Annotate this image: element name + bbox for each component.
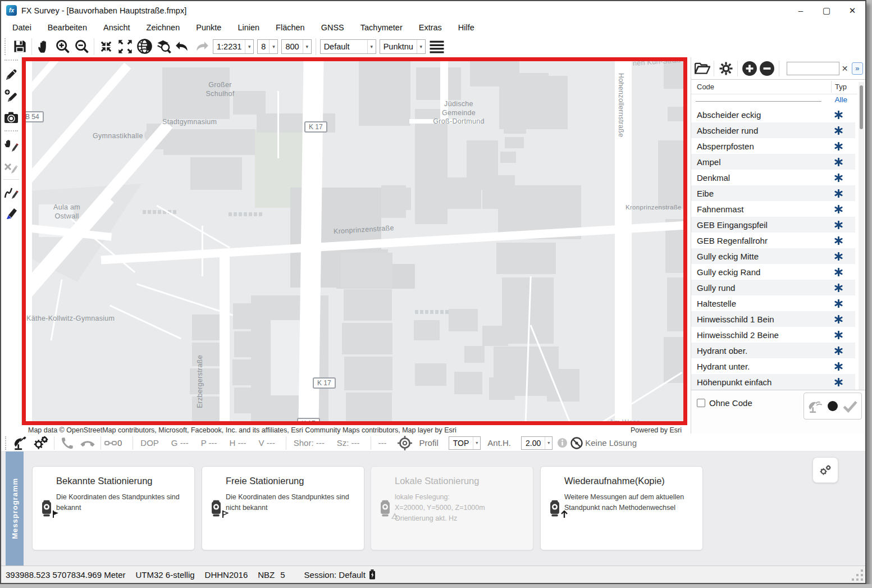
list-menu-button[interactable] (427, 38, 446, 56)
code-settings-button[interactable] (717, 60, 734, 78)
map-view[interactable]: Großer SchulhofStadtgymnasiumGymnastikha… (22, 57, 687, 425)
minus-circle-icon (759, 61, 775, 76)
menu-gnss[interactable]: GNSS (321, 23, 344, 32)
draw-line-button[interactable] (1, 181, 21, 203)
confirm-check-icon[interactable] (842, 399, 858, 413)
code-row[interactable]: GEB Eingangspfeil (691, 217, 855, 233)
clear-search-icon[interactable]: ✕ (839, 64, 851, 73)
code-row[interactable]: Höhenpunkt einfach (691, 374, 855, 390)
code-row[interactable]: Gully eckig Mitte (691, 248, 855, 264)
profile-combobox[interactable]: Default▾ (320, 39, 376, 54)
filter-all-link[interactable]: Alle (834, 95, 847, 104)
gnss-measure-icon[interactable] (807, 399, 823, 413)
code-search-input[interactable] (787, 62, 839, 75)
open-codelist-button[interactable] (693, 60, 711, 78)
disconnect-button[interactable] (77, 435, 98, 451)
world-extent-button[interactable] (135, 38, 154, 56)
zoom-out-button[interactable] (72, 38, 92, 56)
menu-linien[interactable]: Linien (238, 23, 259, 32)
card-description: Die Koordinaten des Standpunktes sind be… (56, 492, 186, 513)
maximize-button[interactable]: ▢ (814, 1, 839, 20)
move-point-button[interactable] (1, 135, 21, 156)
code-row[interactable]: Abscheider eckig (691, 107, 855, 122)
program-settings-button[interactable] (812, 457, 838, 483)
sz-value: Sz: --- (337, 438, 360, 448)
close-button[interactable]: ✕ (839, 1, 865, 20)
minimize-button[interactable]: – (788, 1, 814, 20)
code-row[interactable]: Gully rund (691, 280, 855, 295)
position-target-button[interactable] (395, 435, 415, 451)
program-card-bekannte-stationierung[interactable]: Bekannte StationierungDie Koordinaten de… (32, 466, 195, 550)
toolbar-drag-handle[interactable] (4, 38, 8, 55)
code-row[interactable]: Gully eckig Rand (691, 264, 855, 280)
pointlabel-combobox[interactable]: Punktnu▾ (380, 39, 426, 54)
code-row[interactable]: Haltestelle (691, 295, 855, 311)
code-list-scrollbar[interactable] (859, 82, 864, 390)
instrument-settings-button[interactable] (31, 435, 51, 451)
layer-zoom-button[interactable] (154, 38, 173, 56)
menu-flächen[interactable]: Flächen (276, 23, 305, 32)
menu-bearbeiten[interactable]: Bearbeiten (48, 23, 87, 32)
remove-code-button[interactable] (758, 60, 775, 78)
menu-ansicht[interactable]: Ansicht (103, 23, 130, 32)
zoom-selection-button[interactable] (97, 38, 116, 56)
ohne-code-checkbox[interactable] (697, 399, 705, 407)
decimals-value: 8 (258, 42, 269, 51)
highlight-button[interactable] (1, 203, 21, 224)
connect-button[interactable] (57, 435, 77, 451)
scale-combobox[interactable]: 1:2231▾ (213, 39, 254, 54)
code-row[interactable]: Absperrpfosten (691, 138, 855, 154)
menu-extras[interactable]: Extras (419, 23, 442, 32)
gnss-bar-handle[interactable] (5, 436, 8, 450)
menu-tachymeter[interactable]: Tachymeter (360, 23, 403, 32)
x-pen-icon (4, 159, 19, 174)
map-building (190, 157, 242, 190)
code-row[interactable]: GEB Regenfallrohr (691, 233, 855, 248)
code-column-header[interactable]: Code (697, 83, 714, 91)
code-row[interactable]: Ampel (691, 154, 855, 170)
code-name: Ampel (697, 157, 721, 167)
add-point-button[interactable] (1, 85, 21, 107)
program-card-freie-stationierung[interactable]: Freie StationierungDie Koordinaten des S… (202, 466, 364, 550)
menu-hilfe[interactable]: Hilfe (458, 23, 474, 32)
code-row[interactable]: Hinweisschild 2 Beine (691, 327, 855, 343)
draw-toolbar-handle[interactable] (4, 60, 18, 64)
zoom-extent-button[interactable] (116, 38, 135, 56)
save-button[interactable] (10, 38, 29, 56)
profil-combobox[interactable]: TOP▾ (449, 436, 481, 450)
undo-button[interactable] (173, 38, 192, 56)
redo-button[interactable] (192, 38, 211, 56)
code-row[interactable]: Hinweisschild 1 Bein (691, 311, 855, 327)
add-code-button[interactable] (741, 60, 758, 78)
scrollbar-thumb[interactable] (860, 85, 863, 129)
ohne-code-checkbox-row[interactable]: Ohne Code (697, 398, 752, 408)
record-point-icon[interactable] (827, 400, 839, 412)
height-combobox[interactable]: 800▾ (281, 39, 311, 54)
decimals-combobox[interactable]: 8▾ (257, 39, 278, 54)
program-card-wiederaufnahme-kopie-[interactable]: Wiederaufnahme(Kopie)Weitere Messungen a… (540, 466, 703, 550)
menu-zeichnen[interactable]: Zeichnen (147, 23, 180, 32)
anth-combobox[interactable]: 2.00▾ (521, 436, 553, 450)
code-row[interactable]: Abscheider rund (691, 122, 855, 138)
code-row[interactable]: Fahnenmast (691, 201, 855, 217)
code-row[interactable]: Hydrant ober. (691, 343, 855, 358)
pan-button[interactable] (34, 38, 53, 56)
photo-button[interactable] (1, 107, 21, 128)
code-name: GEB Regenfallrohr (697, 236, 768, 245)
messprogramm-tab[interactable]: Messprogramm (6, 452, 24, 566)
expand-panel-button[interactable]: » (852, 62, 863, 75)
menu-punkte[interactable]: Punkte (196, 23, 221, 32)
menu-datei[interactable]: Datei (12, 23, 31, 32)
code-row[interactable]: Denkmal (691, 170, 855, 185)
typ-column-header[interactable]: Typ (835, 83, 847, 91)
title-bar: fx FX Survey - [Bauvorhaben Hauptstraße.… (1, 1, 865, 20)
draw-toolbar-handle-2[interactable] (4, 130, 18, 135)
delete-point-button[interactable] (1, 156, 21, 177)
zoom-in-button[interactable] (53, 38, 72, 56)
code-row[interactable]: Eibe (691, 185, 855, 201)
gnss-config-button[interactable] (11, 435, 31, 451)
asterisk-type-icon (834, 189, 843, 198)
code-row[interactable]: Hydrant unter. (691, 358, 855, 374)
draw-point-button[interactable] (1, 64, 21, 85)
resize-grip[interactable] (854, 572, 863, 581)
